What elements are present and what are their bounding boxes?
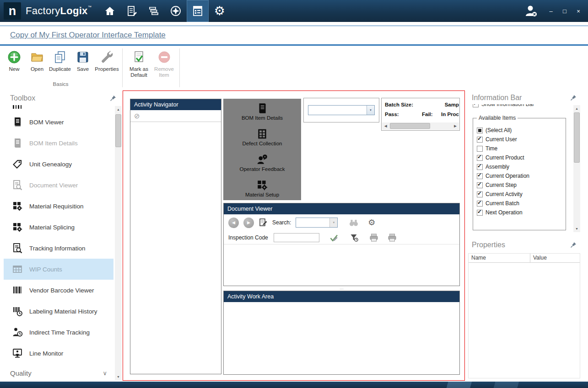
- nav-forms-button[interactable]: [121, 0, 143, 22]
- nav-home-button[interactable]: [99, 0, 121, 22]
- mark-as-default-button[interactable]: Mark as Default: [126, 49, 151, 78]
- current-batch-checkbox[interactable]: ✓: [477, 201, 483, 207]
- palette-item-defect-collection[interactable]: Defect Collection: [243, 128, 282, 146]
- scroll-up-icon[interactable]: ▲: [115, 106, 122, 113]
- search-combobox[interactable]: ▼: [296, 218, 338, 228]
- maximize-button[interactable]: □: [559, 6, 571, 16]
- checkbox-row-current-activity[interactable]: ✓ Current Activity: [477, 190, 566, 199]
- checkbox-row-current-operation[interactable]: ✓ Current Operation: [477, 171, 566, 181]
- properties-button[interactable]: Properties: [94, 49, 119, 72]
- show-information-bar-checkbox[interactable]: ✓: [473, 104, 479, 107]
- toolbox-item-line-monitor[interactable]: Line Monitor: [4, 343, 113, 364]
- nav-settings-button[interactable]: ⚙: [209, 0, 231, 22]
- scroll-down-icon[interactable]: ▼: [573, 225, 580, 232]
- activity-work-area-title: Activity Work Area: [227, 293, 274, 300]
- forward-button[interactable]: ▶: [243, 218, 254, 228]
- new-button[interactable]: New: [3, 49, 26, 72]
- toolbox-item-labeling-material-history[interactable]: Labeling Material History: [4, 301, 113, 322]
- user-account-button[interactable]: [523, 3, 539, 19]
- palette-item-material-setup[interactable]: Material Setup: [245, 179, 279, 197]
- toolbox-section-quality[interactable]: Quality ∨: [4, 367, 113, 379]
- pin-icon[interactable]: [110, 95, 116, 101]
- scrollbar-thumb[interactable]: [390, 123, 430, 129]
- nav-operator-interface-button[interactable]: [187, 0, 209, 22]
- toolbox-item-tracking-information[interactable]: Tracking Information: [4, 238, 113, 259]
- current-operation-checkbox[interactable]: ✓: [477, 173, 483, 179]
- document-edit-icon[interactable]: [259, 218, 268, 227]
- checkbox-row-next-operation[interactable]: ✓ Next Operation: [477, 208, 566, 217]
- pin-icon[interactable]: [570, 95, 577, 101]
- column-header-value[interactable]: Value: [530, 254, 550, 262]
- save-button[interactable]: Save: [71, 49, 94, 72]
- column-header-name[interactable]: Name: [469, 254, 530, 262]
- checkbox-row-time[interactable]: Time: [477, 144, 566, 153]
- close-button[interactable]: ×: [572, 6, 584, 16]
- checkbox-row-current-product[interactable]: ✓ Current Product: [477, 153, 566, 162]
- assembly-checkbox[interactable]: ✓: [477, 164, 483, 170]
- select-all-checkbox[interactable]: [477, 128, 483, 133]
- information-bar-scrollbar[interactable]: ▲ ▼: [573, 105, 580, 232]
- activity-work-area-header[interactable]: Activity Work Area: [224, 291, 459, 302]
- minimize-button[interactable]: –: [545, 6, 557, 16]
- scrollbar-thumb[interactable]: [574, 112, 580, 163]
- inspection-code-input[interactable]: [274, 233, 319, 242]
- document-viewer-header[interactable]: Document Viewer: [224, 203, 459, 214]
- check-icon: ✓: [473, 104, 478, 106]
- viewer-settings-gear-icon[interactable]: ⚙: [368, 218, 375, 227]
- toolbox-item-unit-genealogy[interactable]: Unit Genealogy: [4, 154, 113, 175]
- palette-item-operator-feedback[interactable]: Operator Feedback: [239, 154, 285, 172]
- time-checkbox[interactable]: [477, 146, 483, 152]
- palette-item-bom-item-details[interactable]: BOM Item Details: [242, 102, 283, 121]
- duplicate-button[interactable]: Duplicate: [49, 49, 71, 72]
- remove-icon: [157, 50, 171, 64]
- document-viewer-panel[interactable]: Document Viewer ◀ ▶ Search: ▼ ⚙ Inspecti…: [223, 203, 460, 286]
- checkbox-row-assembly[interactable]: ✓ Assembly: [477, 162, 566, 171]
- pin-icon[interactable]: [570, 242, 577, 248]
- toolbox-item-wip-counts[interactable]: WIP Counts: [4, 259, 113, 280]
- scroll-up-icon[interactable]: ▲: [573, 105, 580, 112]
- combobox-arrow-icon[interactable]: ▼: [367, 106, 374, 115]
- toolbox-item-bom-viewer[interactable]: BOM Viewer: [4, 112, 113, 133]
- properties-title: Properties: [472, 241, 505, 249]
- toolbox-item-document-viewer[interactable]: Document Viewer: [4, 175, 113, 196]
- dropdown-combobox[interactable]: ▼: [308, 105, 375, 115]
- scroll-left-icon[interactable]: ◀: [382, 122, 389, 130]
- remove-item-button[interactable]: Remove Item: [151, 49, 177, 78]
- edit-disabled-icon: ⊘: [134, 112, 140, 119]
- toolbox-scrollbar[interactable]: ▲ ▼: [115, 106, 122, 380]
- toolbox-item-indirect-time-tracking[interactable]: Indirect Time Tracking: [4, 322, 113, 343]
- toolbox-item-vendor-barcode-viewer[interactable]: Vendor Barcode Viewer: [4, 280, 113, 301]
- validate-check-icon[interactable]: [329, 233, 339, 242]
- binoculars-icon[interactable]: [349, 218, 359, 228]
- nav-navigator-button[interactable]: [165, 0, 187, 22]
- current-step-checkbox[interactable]: ✓: [477, 182, 483, 188]
- activity-work-area-panel[interactable]: Activity Work Area: [223, 291, 460, 375]
- print-preview-icon[interactable]: [387, 233, 397, 243]
- scroll-down-icon[interactable]: ▼: [115, 373, 122, 380]
- panel-splitter-handle[interactable]: …: [223, 287, 460, 290]
- checkbox-row-current-batch[interactable]: ✓ Current Batch: [477, 199, 566, 208]
- checkbox-row-select-all[interactable]: (Select All): [477, 126, 566, 135]
- scroll-right-icon[interactable]: ▶: [452, 122, 459, 130]
- nav-materials-button[interactable]: [143, 0, 165, 22]
- show-information-bar-row[interactable]: ✓ Show Information Bar: [473, 104, 581, 110]
- toolbox-item-material-splicing[interactable]: Material Splicing: [4, 217, 113, 238]
- toolbox-item-bom-item-details[interactable]: BOM Item Details: [4, 133, 113, 154]
- activity-navigator-header[interactable]: Activity Navigator: [130, 99, 221, 110]
- scrollbar-thumb[interactable]: [115, 114, 121, 147]
- combobox-arrow-icon[interactable]: ▼: [329, 218, 337, 227]
- toolbox-item-material-requisition[interactable]: Material Requisition: [4, 196, 113, 217]
- checkbox-row-current-step[interactable]: ✓ Current Step: [477, 181, 566, 190]
- filter-icon[interactable]: [350, 233, 359, 242]
- print-icon[interactable]: [369, 233, 379, 243]
- current-user-checkbox[interactable]: ✓: [477, 137, 483, 143]
- checkbox-row-current-user[interactable]: ✓ Current User: [477, 135, 566, 144]
- current-product-checkbox[interactable]: ✓: [477, 155, 483, 161]
- back-button[interactable]: ◀: [228, 218, 239, 228]
- activity-navigator-panel[interactable]: Activity Navigator ⊘: [130, 99, 221, 374]
- current-activity-checkbox[interactable]: ✓: [477, 191, 483, 197]
- next-operation-checkbox[interactable]: ✓: [477, 210, 483, 216]
- batch-horizontal-scrollbar[interactable]: ◀ ▶: [382, 122, 459, 130]
- app-logo-letter: n: [9, 4, 16, 18]
- open-button[interactable]: Open: [26, 49, 49, 72]
